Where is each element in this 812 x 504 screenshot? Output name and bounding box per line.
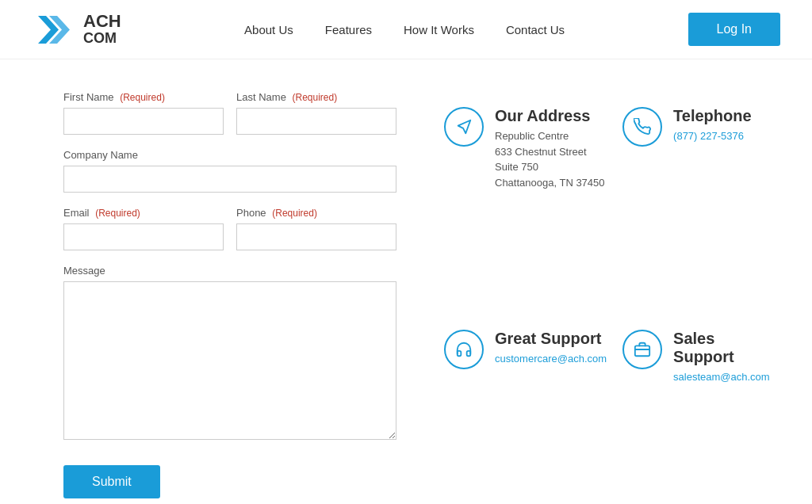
first-name-label: First Name (Required)	[63, 91, 224, 103]
address-title: Our Address	[495, 107, 605, 125]
nav: About Us Features How It Works Contact U…	[244, 23, 565, 36]
last-name-group: Last Name (Required)	[236, 91, 396, 135]
logo-text: ACH COM	[83, 12, 121, 47]
sales-support-title: Sales Support	[673, 330, 770, 366]
telephone-number[interactable]: (877) 227-5376	[673, 130, 744, 142]
great-support-title: Great Support	[495, 330, 607, 348]
address-line4: Chattanooga, TN 37450	[495, 175, 605, 191]
email-required: (Required)	[95, 208, 140, 219]
address-line1: Republic Centre	[495, 128, 605, 144]
great-support-card: Great Support customercare@ach.com	[444, 330, 607, 499]
first-name-group: First Name (Required)	[63, 91, 224, 135]
company-name-label: Company Name	[63, 149, 396, 161]
header: ACH COM About Us Features How It Works C…	[0, 0, 812, 59]
email-group: Email (Required)	[63, 207, 224, 250]
logo-area: ACH COM	[32, 8, 121, 52]
logo-com: COM	[83, 31, 121, 47]
name-row: First Name (Required) Last Name (Require…	[63, 91, 396, 135]
last-name-required: (Required)	[293, 92, 338, 103]
address-line3: Suite 750	[495, 159, 605, 175]
headset-icon	[444, 330, 484, 369]
sales-support-info: Sales Support salesteam@ach.com	[673, 330, 770, 384]
nav-features[interactable]: Features	[325, 23, 372, 36]
address-card: Our Address Republic Centre 633 Chestnut…	[444, 107, 607, 306]
telephone-card: Telephone (877) 227-5376	[622, 107, 770, 306]
logo-ach: ACH	[83, 12, 121, 31]
address-line2: 633 Chestnut Street	[495, 144, 605, 160]
main-content: First Name (Required) Last Name (Require…	[0, 59, 812, 504]
briefcase-icon	[622, 330, 662, 369]
nav-about[interactable]: About Us	[244, 23, 293, 36]
contact-info-section: Our Address Republic Centre 633 Chestnut…	[444, 91, 770, 498]
email-label: Email (Required)	[63, 207, 224, 219]
telephone-info: Telephone (877) 227-5376	[673, 107, 752, 143]
nav-contact[interactable]: Contact Us	[506, 23, 565, 36]
great-support-email[interactable]: customercare@ach.com	[495, 353, 607, 365]
message-label: Message	[63, 265, 396, 277]
first-name-required: (Required)	[120, 92, 165, 103]
email-phone-row: Email (Required) Phone (Required)	[63, 207, 396, 250]
nav-how[interactable]: How It Works	[404, 23, 474, 36]
email-input[interactable]	[63, 223, 224, 250]
phone-icon	[622, 107, 662, 147]
phone-input[interactable]	[236, 223, 396, 250]
svg-rect-2	[635, 346, 649, 356]
company-name-input[interactable]	[63, 166, 396, 193]
location-icon	[444, 107, 484, 147]
submit-button[interactable]: Submit	[63, 465, 160, 498]
message-group: Message	[63, 265, 396, 443]
great-support-info: Great Support customercare@ach.com	[495, 330, 607, 365]
last-name-input[interactable]	[236, 108, 396, 135]
phone-label: Phone (Required)	[236, 207, 396, 219]
logo-chevron-svg	[32, 8, 75, 52]
sales-support-email[interactable]: salesteam@ach.com	[673, 371, 770, 383]
first-name-input[interactable]	[63, 108, 224, 135]
last-name-label: Last Name (Required)	[236, 91, 396, 103]
logo-icon	[32, 8, 75, 52]
sales-support-card: Sales Support salesteam@ach.com	[622, 330, 770, 499]
address-info: Our Address Republic Centre 633 Chestnut…	[495, 107, 605, 190]
contact-form-section: First Name (Required) Last Name (Require…	[63, 91, 396, 498]
message-input[interactable]	[63, 281, 396, 440]
phone-group: Phone (Required)	[236, 207, 396, 250]
telephone-title: Telephone	[673, 107, 752, 125]
login-button[interactable]: Log In	[688, 13, 780, 46]
company-name-group: Company Name	[63, 149, 396, 193]
phone-required: (Required)	[272, 208, 317, 219]
